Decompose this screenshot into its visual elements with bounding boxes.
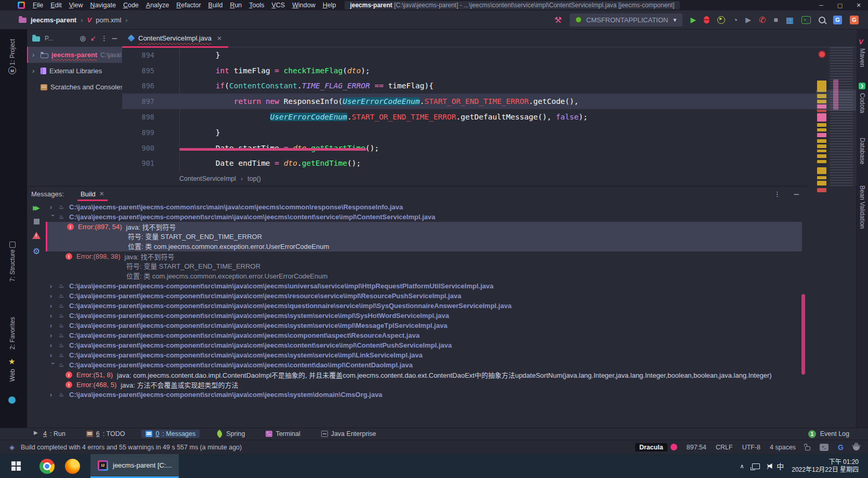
toolwindow-stripe-favorites[interactable]: 2: Favorites — [9, 317, 16, 350]
code-line-898[interactable]: 898 UserErrorCodeEnum.START_OR_END_TIME_… — [122, 109, 816, 125]
file-encoding[interactable]: UTF-8 — [742, 444, 760, 451]
hide-panel-icon[interactable]: ─ — [794, 190, 799, 198]
toolwindow-button-messages[interactable]: 0: Messages — [141, 430, 200, 438]
run-configuration-select[interactable]: CMSFRONTAPPLICATION ▼ — [570, 14, 683, 26]
minimize-icon[interactable]: ─ — [812, 0, 831, 10]
theme-indicator[interactable]: Dracula — [635, 443, 667, 452]
menu-help[interactable]: Help — [319, 1, 340, 9]
breadcrumb-project[interactable]: jeecms-parent — [31, 16, 76, 24]
network-icon[interactable] — [752, 463, 760, 469]
toolwindow-button-spring[interactable]: Spring — [212, 430, 249, 438]
tab-close-icon[interactable]: ✕ — [99, 190, 104, 197]
toolwindow-stripe-structure[interactable]: 7: Structure — [9, 249, 16, 282]
menu-tools[interactable]: Tools — [245, 1, 268, 9]
locate-file-icon[interactable]: ◎ — [80, 34, 86, 42]
start-button[interactable] — [11, 461, 21, 471]
code-line-895[interactable]: 895 int timeFlag = checkTimeFlag(dto); — [122, 63, 816, 78]
toolwindow-button-java-enterprise[interactable]: Java Enterprise — [317, 430, 380, 438]
toolwindow-stripe-web[interactable]: Web — [9, 369, 16, 381]
build-file-row[interactable]: ›♨C:\java\jeecms-parent\jeecms-component… — [46, 291, 802, 301]
menu-view[interactable]: View — [65, 1, 87, 9]
build-file-row[interactable]: ›♨C:\java\jeecms-parent\jeecms-component… — [46, 390, 802, 400]
menu-code[interactable]: Code — [120, 1, 142, 9]
rerun-build-icon[interactable]: ▶▶ — [33, 204, 40, 211]
terminal-status-icon[interactable]: >_ — [820, 444, 828, 451]
horizontal-scrollbar[interactable] — [179, 148, 366, 151]
search-everywhere-icon[interactable] — [819, 17, 825, 23]
hide-panel-icon[interactable]: ─ — [112, 34, 117, 42]
toolwindow-button-run[interactable]: 4: Run — [29, 430, 70, 438]
tray-chevron-icon[interactable]: ∧ — [740, 463, 744, 470]
build-file-row[interactable]: ›♨C:\java\jeecms-parent\jeecms-component… — [46, 321, 802, 330]
google-icon[interactable]: G — [838, 443, 844, 452]
project-item-scratches-and-consoles[interactable]: Scratches and Consoles — [27, 79, 122, 95]
profiler-button[interactable]: ◔ — [733, 16, 738, 24]
incognito-icon[interactable] — [853, 444, 860, 450]
build-file-row[interactable]: ›♨C:\java\jeecms-parent\jeecms-component… — [46, 340, 802, 350]
code-line-901[interactable]: 901 Date endTime = dto.getEndTime(); — [122, 156, 816, 171]
app-task-button[interactable]: jeecms-parent [C:... — [90, 454, 179, 478]
favorites-star-icon[interactable]: ★ — [8, 357, 15, 366]
build-file-row[interactable]: ›♨C:\java\jeecms-parent\jeecms-component… — [46, 281, 802, 291]
collapse-all-icon[interactable]: ↙ — [90, 34, 96, 42]
menu-run[interactable]: Run — [226, 1, 245, 9]
project-item-jeecms-parent[interactable]: ›jeecms-parentC:\java\ — [27, 47, 122, 63]
menu-navigate[interactable]: Navigate — [87, 1, 120, 9]
toolwindow-button-todo[interactable]: 6: TODO — [82, 430, 129, 438]
chrome-icon[interactable] — [40, 459, 55, 474]
translate-orange-icon[interactable]: G — [850, 16, 859, 24]
structure-icon[interactable] — [9, 242, 16, 248]
build-file-row[interactable]: ›♨C:\java\jeecms-parent\jeecms-component… — [46, 311, 802, 321]
toolwindow-stripe-codota[interactable]: Codota — [859, 93, 866, 113]
tab-build[interactable]: Build✕ — [77, 189, 108, 200]
build-error-entry[interactable]: !Error:(468, 5)java: 方法不会覆盖或实现超类型的方法 — [46, 380, 802, 390]
build-file-row[interactable]: ›♨C:\java\jeecms-parent\jeecms-component… — [46, 330, 802, 340]
menu-edit[interactable]: Edit — [47, 1, 65, 9]
code-minimap[interactable] — [828, 47, 856, 186]
breadcrumb-class[interactable]: ContentServiceImpl — [179, 175, 236, 182]
menu-vcs[interactable]: VCS — [268, 1, 289, 9]
readonly-lock-icon[interactable] — [805, 446, 810, 450]
errors-indicator-icon[interactable] — [818, 50, 826, 58]
gear-icon[interactable]: ⚙ — [33, 246, 40, 256]
build-error-entry[interactable]: !Error:(898, 38)java: 找不到符号符号: 变量 START_… — [46, 251, 802, 281]
volume-icon[interactable]: ) — [768, 463, 769, 469]
caret-position[interactable]: 897:54 — [687, 444, 706, 451]
more-options-icon[interactable]: ⋮ — [774, 190, 781, 198]
code-area[interactable]: 894 }895 int timeFlag = checkTimeFlag(dt… — [122, 47, 816, 171]
menu-file[interactable]: File — [29, 1, 47, 9]
stop-build-icon[interactable] — [34, 219, 40, 224]
build-file-row[interactable]: ›♨C:\java\jeecms-parent\jeecms-component… — [46, 350, 802, 360]
project-item-external-libraries[interactable]: ›External Libraries — [27, 63, 122, 79]
terminal-button[interactable]: >_ — [801, 16, 811, 24]
tab-contentserviceimpl[interactable]: ContentServiceImpl.java ✕ — [122, 30, 228, 47]
stop-remote-phone-button[interactable]: ✆ — [759, 15, 766, 25]
vertical-scrollbar[interactable] — [801, 294, 805, 375]
build-file-row[interactable]: ›♨C:\java\jeecms-parent\jeecms-component… — [46, 301, 802, 311]
more-options-icon[interactable]: ⋮ — [101, 34, 108, 42]
menu-analyze[interactable]: Analyze — [142, 1, 173, 9]
code-line-894[interactable]: 894 } — [122, 47, 816, 63]
menu-refactor[interactable]: Refactor — [173, 1, 204, 9]
toolwindow-stripe-project[interactable]: 1: Project — [9, 39, 16, 65]
toolwindow-stripe-database[interactable]: Database — [859, 138, 866, 164]
toolwindow-stripe-bean-validation[interactable]: Bean Validation — [859, 185, 866, 229]
coverage-run-button[interactable] — [717, 16, 725, 24]
ime-indicator[interactable]: 中 — [777, 461, 784, 471]
run-button[interactable]: ▶ — [690, 16, 696, 24]
error-stripe[interactable] — [816, 47, 827, 186]
toolwindow-button-terminal[interactable]: Terminal — [261, 430, 304, 438]
secondary-run-button[interactable]: ▶ — [745, 16, 751, 24]
translate-blue-icon[interactable]: G — [833, 16, 842, 24]
taskbar-clock[interactable]: 下午 01:20 2022年12月22日 星期四 — [792, 458, 863, 474]
minimap-viewport[interactable] — [816, 90, 856, 111]
build-file-row[interactable]: ›♨C:\java\jeecms-parent\jeecms-component… — [46, 212, 802, 222]
toolwindow-stripe-maven[interactable]: Maven — [859, 48, 866, 67]
menu-window[interactable]: Window — [288, 1, 319, 9]
code-line-897[interactable]: 897 return new ResponseInfo(UserErrorCod… — [122, 94, 816, 109]
line-separator[interactable]: CRLF — [716, 444, 733, 451]
build-file-row[interactable]: ›♨C:\java\jeecms-parent\jeecms-common\sr… — [46, 202, 802, 212]
breadcrumb-file[interactable]: pom.xml — [96, 16, 121, 24]
code-line-896[interactable]: 896 if(ContentConstant.TIME_FLAG_ERROR =… — [122, 78, 816, 94]
warnings-filter-icon[interactable] — [32, 232, 41, 239]
